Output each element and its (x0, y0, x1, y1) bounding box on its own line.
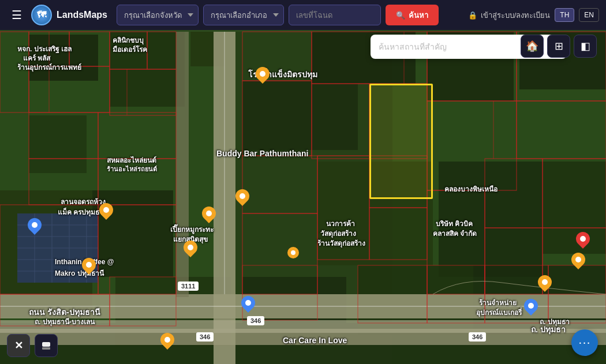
highlighted-parcel (369, 84, 433, 199)
parcel-input[interactable] (289, 5, 381, 25)
hamburger-icon[interactable]: ☰ (7, 6, 27, 24)
fab-button[interactable]: ··· (571, 329, 598, 356)
minimize-button[interactable] (35, 334, 58, 357)
map-controls-right: 🏠 ⊞ ◧ (521, 35, 597, 58)
grid-button[interactable]: ⊞ (547, 35, 570, 58)
svg-rect-13 (242, 81, 358, 150)
search-button[interactable]: 🔍 ค้นหา (386, 5, 439, 25)
home-button[interactable]: 🏠 (521, 35, 544, 58)
svg-rect-38 (0, 320, 606, 333)
svg-rect-16 (543, 162, 606, 254)
brand-name: LandsMaps (57, 10, 107, 20)
svg-rect-35 (176, 32, 189, 297)
close-button[interactable]: ✕ (7, 334, 30, 357)
road-badge-346a: 346 (247, 316, 264, 325)
navbar: ☰ 🗺 LandsMaps กรุณาเลือกจังหวัด กรุณาเลื… (0, 0, 606, 30)
province-select[interactable]: กรุณาเลือกจังหวัด (117, 5, 199, 25)
search-icon: 🔍 (396, 11, 405, 20)
auth-link[interactable]: 🔒 เข้าสู่ระบบ/ลงทะเบียน (468, 9, 551, 21)
layers-button[interactable]: ◧ (574, 35, 597, 58)
lang-th-button[interactable]: TH (555, 8, 574, 22)
fab-icon: ··· (578, 335, 590, 350)
road-badge-3111: 3111 (178, 282, 199, 291)
svg-rect-15 (439, 162, 543, 277)
bottom-left-controls: ✕ (7, 334, 58, 357)
lock-icon: 🔒 (468, 11, 477, 20)
svg-rect-10 (29, 115, 87, 173)
lang-en-button[interactable]: EN (579, 8, 599, 22)
district-select[interactable]: กรุณาเลือกอำเภอ (203, 5, 284, 25)
road-badge-346b: 346 (196, 332, 214, 342)
svg-rect-4 (29, 35, 98, 81)
logo: 🗺 (31, 5, 52, 25)
road-badge-346c: 346 (469, 332, 486, 342)
